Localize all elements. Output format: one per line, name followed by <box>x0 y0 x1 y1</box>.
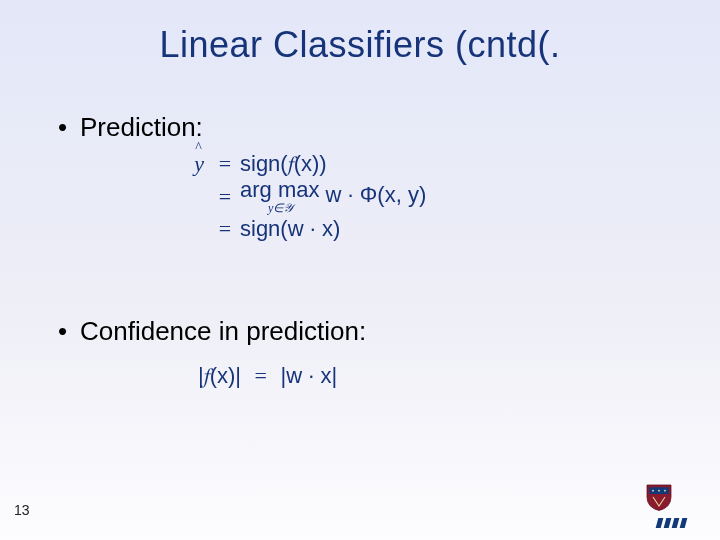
slide-title: Linear Classifiers (cntd(. <box>0 24 720 66</box>
svg-point-3 <box>664 490 666 492</box>
symbol-yhat: y <box>194 153 204 175</box>
shield-icon <box>644 482 674 512</box>
bullet-confidence-text: Confidence in prediction: <box>80 316 366 346</box>
equation-prediction: y = sign(𝑓(x)) = arg max y∈𝒴 w · Φ(x, y)… <box>170 153 590 244</box>
argmax-subscript: y∈𝒴 <box>268 202 291 214</box>
symbol-equals-2: = <box>210 186 240 208</box>
symbol-equals: = <box>210 153 240 175</box>
argmax-operator: arg max y∈𝒴 <box>240 179 319 214</box>
slide: Linear Classifiers (cntd(. •Prediction: … <box>0 0 720 540</box>
bullet-dot-icon: • <box>58 112 80 143</box>
svg-point-2 <box>658 490 660 492</box>
symbol-equals-3: = <box>210 218 240 240</box>
bullet-prediction: •Prediction: <box>58 112 203 143</box>
symbol-equals-4: = <box>247 363 275 388</box>
equation-row-3: = sign(w · x) <box>170 218 590 240</box>
eq-line1-rhs: sign(𝑓(x)) <box>240 153 590 175</box>
equation-row-1: y = sign(𝑓(x)) <box>170 153 590 175</box>
argmax-text: arg max <box>240 179 319 201</box>
bullet-prediction-text: Prediction: <box>80 112 203 142</box>
page-number: 13 <box>14 502 30 518</box>
logo-stripes-icon <box>644 518 698 528</box>
svg-point-1 <box>652 490 654 492</box>
eq-line2-tail: w · Φ(x, y) <box>319 182 426 207</box>
eq-line3-rhs: sign(w · x) <box>240 218 590 240</box>
bullet-dot-icon-2: • <box>58 316 80 347</box>
conf-lhs: |𝑓(x)| <box>198 363 241 388</box>
penn-logo-icon <box>644 482 698 526</box>
equation-confidence: |𝑓(x)| = |w · x| <box>198 363 337 389</box>
bullet-confidence: •Confidence in prediction: <box>58 316 366 347</box>
conf-rhs: |w · x| <box>281 363 338 388</box>
equation-row-2: = arg max y∈𝒴 w · Φ(x, y) <box>170 179 590 214</box>
